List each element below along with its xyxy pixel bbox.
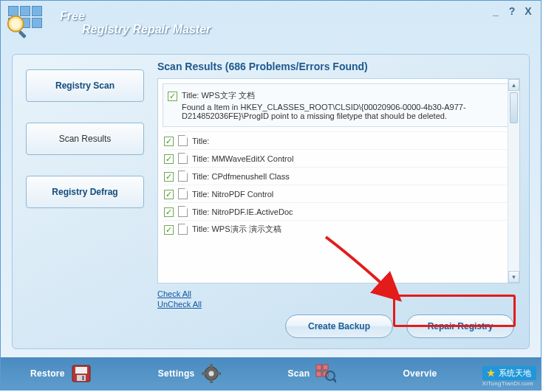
- svg-rect-6: [82, 376, 84, 380]
- toolbar-scan[interactable]: Scan: [288, 364, 337, 383]
- detail-description: Found a Item in HKEY_CLASSES_ROOT\CLSID\…: [182, 103, 510, 120]
- gear-icon: [201, 364, 222, 383]
- scroll-up-button[interactable]: ▲: [508, 79, 519, 91]
- file-icon: [178, 153, 188, 164]
- scroll-thumb[interactable]: [510, 92, 518, 123]
- row-checkbox[interactable]: ✓: [164, 172, 174, 182]
- result-row[interactable]: ✓Title: MMWaveEditX Control: [164, 149, 513, 167]
- file-icon: [178, 188, 188, 199]
- button-label: Create Backup: [308, 321, 370, 331]
- detail-title: Title: WPS文字 文档: [182, 90, 510, 101]
- bottom-toolbar: Restore Settings Scan Overvie: [1, 357, 541, 390]
- button-label: Repair Registry: [428, 321, 494, 331]
- result-row[interactable]: ✓Title: WPS演示 演示文稿: [164, 220, 513, 238]
- watermark: 系统天地 XiTongTianDi.com: [482, 366, 536, 387]
- svg-rect-4: [75, 367, 87, 374]
- sidebar: Registry Scan Scan Results Registry Defr…: [26, 69, 144, 208]
- svg-rect-14: [323, 365, 328, 370]
- row-label: Title: NitroPDF Control: [192, 190, 273, 199]
- svg-rect-9: [210, 364, 213, 368]
- row-checkbox[interactable]: ✓: [164, 137, 174, 146]
- scan-icon: [315, 364, 336, 383]
- result-row[interactable]: ✓Title: NitroPDF Control: [164, 185, 513, 202]
- scrollbar[interactable]: ▲ ▼: [508, 79, 519, 283]
- row-label: Title: NitroPDF.IE.ActiveDoc: [192, 207, 293, 216]
- magnifier-icon: [5, 13, 33, 44]
- row-label: Title: WPS演示 演示文稿: [192, 224, 281, 235]
- watermark-sub: XiTongTianDi.com: [482, 380, 536, 387]
- check-all-link[interactable]: Check All: [157, 289, 520, 298]
- detail-checkbox[interactable]: ✓: [168, 92, 177, 101]
- floppy-icon: [71, 364, 92, 383]
- file-icon: [178, 135, 188, 146]
- row-label: Title: CPdfmenushell Class: [192, 172, 290, 181]
- results-list: ✓ Title: WPS文字 文档 Found a Item in HKEY_C…: [157, 78, 520, 283]
- minimize-button[interactable]: _: [491, 7, 501, 17]
- svg-rect-10: [210, 379, 213, 383]
- svg-rect-5: [77, 375, 86, 381]
- toolbar-label: Settings: [158, 368, 195, 379]
- result-row[interactable]: ✓Title: CPdfmenushell Class: [164, 167, 513, 185]
- title-bar: Free Registry Repair Master _ ? X: [1, 1, 541, 45]
- file-icon: [178, 224, 188, 235]
- svg-line-18: [333, 379, 336, 382]
- app-window: Free Registry Repair Master _ ? X Regist…: [0, 0, 542, 391]
- app-title: Free Registry Repair Master: [60, 10, 211, 36]
- result-row[interactable]: ✓Title:: [164, 131, 513, 149]
- file-icon: [178, 171, 188, 182]
- content-area: Scan Results (686 Problems/Errors Found)…: [157, 61, 520, 341]
- row-label: Title:: [192, 137, 209, 145]
- uncheck-all-link[interactable]: UnCheck All: [157, 300, 520, 309]
- scan-results-header: Scan Results (686 Problems/Errors Found): [157, 61, 520, 72]
- toolbar-label: Overvie: [403, 368, 437, 379]
- svg-rect-12: [217, 372, 221, 375]
- toolbar-overview[interactable]: Overvie: [403, 368, 437, 379]
- sidebar-item-registry-defrag[interactable]: Registry Defrag: [26, 176, 144, 208]
- repair-registry-button[interactable]: Repair Registry: [406, 314, 514, 338]
- create-backup-button[interactable]: Create Backup: [285, 314, 393, 338]
- row-checkbox[interactable]: ✓: [164, 190, 174, 199]
- sidebar-item-scan-results[interactable]: Scan Results: [26, 123, 144, 155]
- title-line1: Free: [60, 10, 211, 23]
- watermark-text: 系统天地: [499, 368, 531, 379]
- row-checkbox[interactable]: ✓: [164, 154, 174, 164]
- result-row[interactable]: ✓Title: NitroPDF.IE.ActiveDoc: [164, 202, 513, 220]
- svg-rect-2: [18, 30, 27, 38]
- svg-rect-11: [202, 372, 205, 375]
- toolbar-settings[interactable]: Settings: [158, 364, 222, 383]
- selected-item-detail: ✓ Title: WPS文字 文档 Found a Item in HKEY_C…: [163, 83, 515, 127]
- toolbar-label: Scan: [288, 368, 310, 379]
- star-icon: [487, 369, 496, 378]
- svg-rect-15: [316, 371, 321, 376]
- title-line2: Registry Repair Master: [82, 23, 211, 36]
- sidebar-item-registry-scan[interactable]: Registry Scan: [26, 69, 144, 102]
- toolbar-restore[interactable]: Restore: [30, 364, 92, 383]
- sidebar-item-label: Registry Defrag: [52, 187, 117, 197]
- row-checkbox[interactable]: ✓: [164, 207, 174, 217]
- svg-rect-13: [316, 365, 321, 370]
- toolbar-label: Restore: [30, 368, 65, 379]
- sidebar-item-label: Registry Scan: [55, 80, 115, 91]
- svg-point-8: [208, 371, 214, 376]
- row-checkbox[interactable]: ✓: [164, 225, 174, 235]
- close-button[interactable]: X: [523, 7, 533, 17]
- app-logo: [8, 6, 47, 40]
- main-panel: Registry Scan Scan Results Registry Defr…: [12, 54, 530, 349]
- scroll-down-button[interactable]: ▼: [508, 271, 519, 283]
- file-icon: [178, 206, 188, 217]
- row-label: Title: MMWaveEditX Control: [192, 154, 293, 163]
- svg-point-1: [11, 19, 21, 29]
- result-rows: ✓Title: ✓Title: MMWaveEditX Control ✓Tit…: [158, 131, 519, 238]
- sidebar-item-label: Scan Results: [59, 134, 112, 144]
- help-button[interactable]: ?: [507, 7, 517, 17]
- check-links: Check All UnCheck All: [157, 289, 520, 309]
